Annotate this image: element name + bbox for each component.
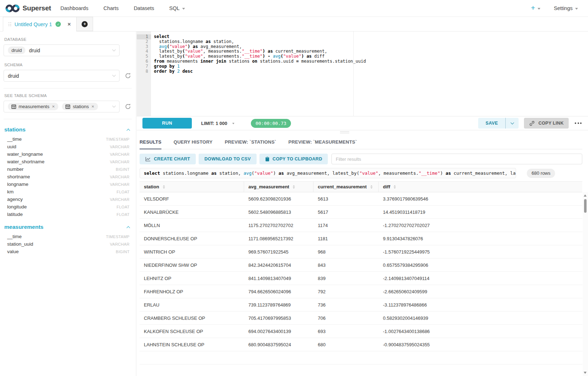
sql-editor: 12345678 select stations.longname as sta… <box>137 32 588 116</box>
column-header-label: avg_measurement <box>248 184 289 189</box>
scroll-down-arrow-icon[interactable] <box>584 372 587 374</box>
result-table-row: KANALBRÜCKE5602.548096885813561714.45190… <box>140 206 582 219</box>
sort-icon <box>370 185 373 189</box>
results-scrollbar[interactable] <box>583 192 588 376</box>
remove-table-icon[interactable]: ✕ <box>52 105 55 109</box>
schema-column-row: uuidVARCHAR <box>4 143 132 150</box>
nav-charts[interactable]: Charts <box>103 5 119 11</box>
result-table-row: CRAMBERG SCHLEUSE OP705.4170697995853706… <box>140 312 582 325</box>
editor-toolbar: RUN LIMIT: 1 000 00:00:00.73 SAVE COPY L… <box>137 116 588 130</box>
results-actions: CREATE CHART DOWNLOAD TO CSV COPY TO CLI… <box>140 154 582 164</box>
new-tab-button[interactable]: + <box>77 17 93 31</box>
sql-code-line: avg("value") as avg_measurement, <box>154 44 588 49</box>
schema-column-row: water_shortnameVARCHAR <box>4 158 132 165</box>
column-header-avg-measurement[interactable]: avg_measurement <box>244 182 314 192</box>
add-tab-plus-icon: + <box>82 21 88 27</box>
results-grid-body: VELSDORF5609.62309820193656133.376901798… <box>140 192 582 376</box>
tab-title[interactable]: Untitled Query 1 <box>15 21 52 27</box>
south-pane-tabs: RESULTS QUERY HISTORY PREVIEW: `STATIONS… <box>140 135 582 149</box>
table-schema-select[interactable]: measurements ✕ stations ✕ <box>4 101 120 112</box>
result-table-row: DONNERSCHLEUSE OP1171.086956521739211819… <box>140 232 582 245</box>
database-label: DATABASE <box>4 37 132 42</box>
copy-link-button[interactable]: COPY LINK <box>524 118 569 129</box>
limit-dropdown[interactable]: LIMIT: 1 000 <box>201 121 234 126</box>
sql-code-area[interactable]: select stations.longname as station, avg… <box>151 32 588 116</box>
sql-code-line: latest_by("value", measurements."__time"… <box>154 49 588 54</box>
limit-label: LIMIT: 1 000 <box>201 121 227 126</box>
results-grid-header: station avg_measurement current_measurem… <box>140 181 582 192</box>
top-navbar: Superset Dashboards Charts Datasets SQL … <box>0 0 588 17</box>
table-section-header-stations[interactable]: stations <box>4 124 132 135</box>
schema-select[interactable]: druid <box>4 70 120 82</box>
tab-drag-handle-icon[interactable] <box>9 22 11 26</box>
download-csv-button[interactable]: DOWNLOAD TO CSV <box>199 154 256 164</box>
schema-column-row: kmFLOAT <box>4 188 132 196</box>
tab-query-history[interactable]: QUERY HISTORY <box>174 135 213 149</box>
query-tabstrip: Untitled Query 1 ✓ ✕ + <box>0 17 588 32</box>
copy-clipboard-button[interactable]: COPY TO CLIPBOARD <box>259 154 328 164</box>
selected-table-measurements[interactable]: measurements ✕ <box>8 103 58 110</box>
schema-label: SCHEMA <box>4 63 132 67</box>
sql-code-line: select <box>154 34 588 39</box>
save-split-button: SAVE <box>478 118 519 129</box>
table-section-header-measurements[interactable]: measurements <box>4 222 132 233</box>
editor-print-margin <box>353 32 354 116</box>
nav-datasets[interactable]: Datasets <box>134 5 154 11</box>
tab-untitled-query[interactable]: Untitled Query 1 ✓ ✕ <box>3 17 77 32</box>
result-table-row <box>140 351 582 365</box>
tab-preview-stations[interactable]: PREVIEW: `STATIONS` <box>225 135 276 149</box>
sql-code-line: order by 2 desc <box>154 69 588 74</box>
close-tab-icon[interactable]: ✕ <box>67 22 71 27</box>
settings-menu[interactable]: Settings <box>554 5 578 11</box>
column-header-station[interactable]: station <box>140 182 244 192</box>
result-table-row: LEHNITZ OP841.1409813407049839-2.1409813… <box>140 272 582 285</box>
sql-code-line: group by 1 <box>154 64 588 69</box>
refresh-tables-button[interactable] <box>124 103 132 110</box>
nav-dashboards[interactable]: Dashboards <box>60 5 88 11</box>
sort-icon <box>293 185 295 189</box>
query-timer-badge: 00:00:00.73 <box>251 119 291 128</box>
chevron-down-icon <box>112 73 116 77</box>
column-header-diff[interactable]: diff <box>379 182 582 192</box>
superset-infinity-icon <box>5 4 20 13</box>
panel-resize-handle[interactable] <box>340 131 349 134</box>
save-button[interactable]: SAVE <box>478 118 506 129</box>
chevron-down-icon <box>112 104 116 108</box>
superset-logo[interactable]: Superset <box>5 4 51 13</box>
scrollbar-thumb[interactable] <box>584 199 587 213</box>
database-value: druid <box>29 48 40 53</box>
tab-results[interactable]: RESULTS <box>140 135 161 149</box>
refresh-schemas-button[interactable] <box>124 72 132 79</box>
sort-icon <box>163 185 165 189</box>
run-button[interactable]: RUN <box>142 118 192 129</box>
remove-table-icon[interactable]: ✕ <box>91 105 94 109</box>
toolbar-right: SAVE COPY LINK <box>478 118 582 129</box>
refresh-icon <box>125 72 131 79</box>
database-select[interactable]: druid druid <box>4 44 120 56</box>
database-type-tag: druid <box>8 47 25 54</box>
clipboard-icon <box>265 156 269 162</box>
navbar-right: + Settings <box>531 5 578 11</box>
nav-sql-label: SQL <box>169 5 180 11</box>
chevron-down-icon <box>575 8 578 10</box>
divider <box>4 88 132 88</box>
executed-query-row: select stations.longname as station, avg… <box>140 168 582 178</box>
results-panel: RESULTS QUERY HISTORY PREVIEW: `STATIONS… <box>137 135 588 376</box>
create-chart-button[interactable]: CREATE CHART <box>140 154 196 164</box>
schema-value: druid <box>8 73 19 79</box>
link-icon <box>529 120 535 126</box>
results-grid: station avg_measurement current_measurem… <box>140 181 582 376</box>
row-count-badge: 680 rows <box>527 169 555 178</box>
column-header-current-measurement[interactable]: current_measurement <box>314 182 379 192</box>
new-item-menu[interactable]: + <box>531 5 540 11</box>
table-name: measurements <box>4 224 43 230</box>
scroll-up-arrow-icon[interactable] <box>584 194 587 197</box>
nav-sql[interactable]: SQL <box>169 5 185 11</box>
save-dropdown-button[interactable] <box>506 118 519 129</box>
superset-sql-lab: Superset Dashboards Charts Datasets SQL … <box>0 0 588 376</box>
schema-column-row: valueBIGINT <box>4 248 132 255</box>
selected-table-stations[interactable]: stations ✕ <box>62 103 98 110</box>
tab-preview-measurements[interactable]: PREVIEW: `MEASUREMENTS` <box>288 135 357 149</box>
filter-results-input[interactable] <box>331 154 582 164</box>
more-actions-button[interactable] <box>574 120 582 126</box>
